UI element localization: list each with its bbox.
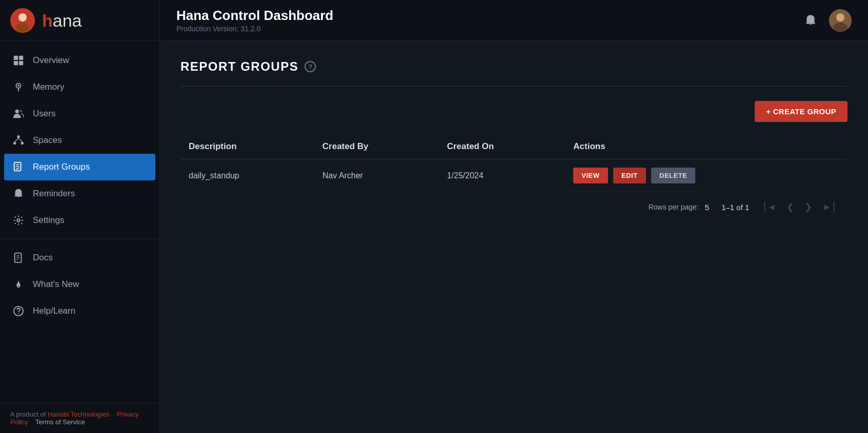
grid-icon [12,54,25,67]
sidebar-item-label-spaces: Spaces [33,135,62,146]
brand-h: h [42,12,53,29]
doc-icon [12,252,25,264]
sidebar-item-overview[interactable]: Overview [0,47,159,74]
gear-icon [12,214,25,226]
question-icon [12,305,25,317]
col-actions: Actions [565,134,847,159]
sidebar-item-memory[interactable]: Memory [0,74,159,100]
svg-point-8 [17,85,19,87]
svg-rect-6 [19,61,23,65]
col-created-by: Created By [314,134,439,159]
report-groups-table: Description Created By Created On Action… [180,134,847,192]
pagination-prev-button[interactable]: ❮ [783,201,797,213]
cell-description: daily_standup [180,159,314,192]
svg-line-13 [15,138,18,141]
sidebar-item-reminders[interactable]: Reminders [0,180,159,207]
pagination-row: Rows per page: 5 1–1 of 1 ⎮◄ ❮ ❯ ►⎮ [180,192,847,213]
sidebar-item-label-help-learn: Help/Learn [33,306,75,316]
pagination-last-button[interactable]: ►⎮ [819,201,839,213]
main-content: Hana Control Dashboard Production Versio… [160,0,868,433]
table-row: daily_standup Nav Archer 1/25/2024 VIEW … [180,159,847,192]
svg-point-11 [13,142,16,145]
users-icon [12,108,25,120]
sidebar-item-label-report-groups: Report Groups [33,162,90,172]
topbar-title: Hana Control Dashboard [176,8,333,24]
sidebar-item-users[interactable]: Users [0,100,159,127]
footer-prefix: A product of [10,410,48,418]
col-created-on: Created On [439,134,566,159]
brand-avatar [10,8,35,33]
svg-point-10 [17,135,20,138]
svg-rect-5 [14,61,18,65]
help-icon[interactable]: ? [305,61,316,72]
page-divider [180,86,847,87]
svg-point-9 [15,110,19,113]
pagination-first-button[interactable]: ⎮◄ [759,201,779,213]
cell-created-by: Nav Archer [314,159,439,192]
sidebar-item-label-memory: Memory [33,82,64,92]
svg-rect-3 [14,56,18,60]
pin-icon [12,81,25,93]
footer-tos-link[interactable]: Terms of Service [35,418,85,426]
view-button[interactable]: VIEW [573,168,608,183]
brand-name: ana [53,12,82,29]
svg-point-12 [21,142,24,145]
page-title: REPORT GROUPS [180,59,298,74]
page-range: 1–1 of 1 [721,203,749,212]
delete-button[interactable]: DELETE [651,168,695,183]
fire-icon [12,278,25,291]
svg-line-14 [18,138,22,141]
sidebar-item-label-settings: Settings [33,215,64,225]
svg-point-1 [18,13,27,22]
sidebar-item-label-reminders: Reminders [33,189,75,199]
rows-per-page-value: 5 [705,203,709,212]
cell-created-on: 1/25/2024 [439,159,566,192]
rows-per-page-label: Rows per page: [649,203,699,211]
topbar-title-group: Hana Control Dashboard Production Versio… [176,8,333,33]
sidebar-item-help-learn[interactable]: Help/Learn [0,298,159,324]
brand-logo: h ana [42,12,82,29]
create-group-button[interactable]: + CREATE GROUP [755,101,847,122]
sidebar-item-label-whats-new: What's New [33,279,79,290]
sidebar-item-label-users: Users [33,109,55,119]
page-content: REPORT GROUPS ? + CREATE GROUP Descripti… [160,41,868,433]
nav-divider [0,239,159,239]
bell-icon [12,188,25,200]
sidebar-item-label-overview: Overview [33,55,69,66]
svg-point-2 [16,23,29,32]
col-description: Description [180,134,314,159]
sidebar-item-whats-new[interactable]: What's New [0,271,159,298]
topbar-subtitle: Production Version: 31.2.0 [176,25,333,33]
sidebar-footer: A product of Hanabi Technologies Privacy… [0,403,159,433]
svg-rect-4 [19,56,23,60]
topbar: Hana Control Dashboard Production Versio… [160,0,868,41]
svg-point-24 [18,313,19,314]
sidebar: h ana Overview [0,0,160,433]
svg-point-26 [836,13,844,22]
notification-bell-button[interactable] [801,11,820,30]
pagination-next-button[interactable]: ❯ [801,201,815,213]
footer-company-link[interactable]: Hanabi Technologies [48,410,109,418]
sidebar-item-report-groups[interactable]: Report Groups [4,154,155,180]
sidebar-header: h ana [0,0,159,41]
table-header-row: Description Created By Created On Action… [180,134,847,159]
sidebar-item-docs[interactable]: Docs [0,244,159,271]
sidebar-item-settings[interactable]: Settings [0,207,159,234]
table-toolbar: + CREATE GROUP [180,101,847,122]
user-avatar[interactable] [829,9,852,32]
page-header: REPORT GROUPS ? [180,59,847,74]
sidebar-item-spaces[interactable]: Spaces [0,127,159,154]
topbar-actions [801,9,852,32]
svg-point-18 [17,219,20,222]
node-icon [12,134,25,147]
cell-actions: VIEW EDIT DELETE [565,159,847,192]
document-check-icon [12,161,25,173]
sidebar-item-label-docs: Docs [33,253,53,263]
sidebar-nav: Overview Memory [0,41,159,403]
edit-button[interactable]: EDIT [613,168,646,183]
